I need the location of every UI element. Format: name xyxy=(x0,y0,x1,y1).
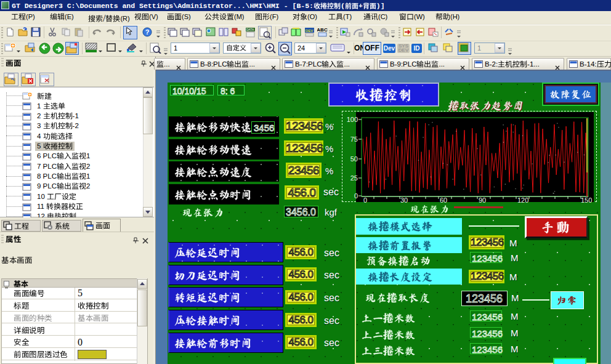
svg-text:25: 25 xyxy=(350,174,358,182)
svg-text:75: 75 xyxy=(350,135,358,143)
svg-text:150: 150 xyxy=(581,196,592,203)
svg-text:0: 0 xyxy=(354,192,358,200)
svg-text:50: 50 xyxy=(350,155,358,163)
svg-text:DEV: DEV xyxy=(306,29,313,33)
svg-text:?: ? xyxy=(145,28,150,36)
svg-text:100: 100 xyxy=(347,116,358,123)
svg-text:0: 0 xyxy=(363,196,367,203)
svg-text:30: 30 xyxy=(400,196,408,203)
svg-text:90: 90 xyxy=(479,196,486,203)
svg-text:DATA: DATA xyxy=(246,28,254,31)
svg-text:ABC: ABC xyxy=(317,27,328,33)
svg-text:60: 60 xyxy=(440,196,447,203)
svg-text:120: 120 xyxy=(517,196,528,203)
